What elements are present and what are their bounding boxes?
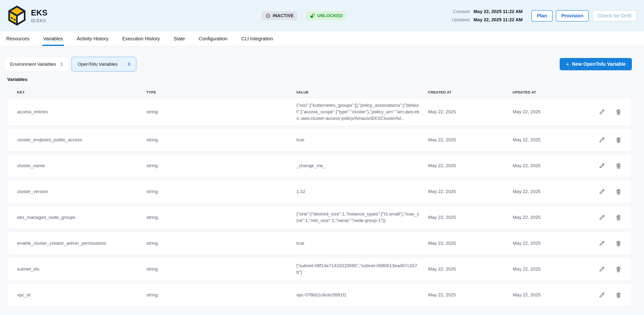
resource-id: ID:EKS bbox=[31, 18, 48, 23]
pencil-icon bbox=[598, 162, 605, 169]
delete-variable-button[interactable] bbox=[615, 292, 622, 299]
lock-open-icon bbox=[310, 13, 315, 18]
trash-icon bbox=[615, 162, 622, 169]
status-badge-label: INACTIVE bbox=[273, 13, 294, 18]
variable-updated-at: May 22, 2025 bbox=[513, 163, 592, 168]
variable-key: vpc_id bbox=[17, 292, 146, 298]
plus-icon: + bbox=[566, 61, 569, 67]
tab-state[interactable]: State bbox=[174, 31, 185, 46]
trash-icon bbox=[615, 240, 622, 247]
trash-icon bbox=[615, 292, 622, 299]
column-header-created-at: Created At bbox=[428, 90, 512, 94]
lock-status-badge: UNLOCKED bbox=[306, 11, 346, 20]
variable-value: {"one":{"desired_size":1,"instance_types… bbox=[296, 211, 428, 224]
table-row: enable_cluster_creator_admin_permissions… bbox=[7, 232, 632, 255]
variable-created-at: May 22, 2025 bbox=[428, 109, 513, 114]
variable-type: string bbox=[146, 267, 296, 272]
check-for-drift-button[interactable]: Check for Drift bbox=[592, 10, 637, 21]
trash-icon bbox=[615, 214, 622, 221]
variable-created-at: May 22, 2025 bbox=[428, 215, 513, 220]
tab-execution-history[interactable]: Execution History bbox=[122, 31, 160, 46]
tab-configuration[interactable]: Configuration bbox=[199, 31, 228, 46]
created-value: May 22, 2025 11:22 AM bbox=[474, 9, 523, 14]
variable-value: true bbox=[296, 137, 428, 143]
variable-type-switcher: Environment Variables 1 OpenTofu Variabl… bbox=[4, 57, 632, 71]
variable-value: _change_me_ bbox=[296, 163, 428, 169]
edit-variable-button[interactable] bbox=[598, 108, 605, 115]
edit-variable-button[interactable] bbox=[598, 136, 605, 143]
trash-icon bbox=[615, 266, 622, 273]
main-tabs: Resources Variables Activity History Exe… bbox=[0, 31, 644, 46]
column-header-type: Type bbox=[146, 90, 296, 94]
tab-variables[interactable]: Variables bbox=[43, 31, 63, 46]
table-row: access_entries string {"sso":{"kubernete… bbox=[7, 98, 632, 126]
variable-type: string bbox=[146, 241, 296, 246]
subtab-environment-variables[interactable]: Environment Variables 1 bbox=[4, 57, 69, 71]
page-title: EKS bbox=[31, 8, 48, 17]
section-title: Variables bbox=[7, 77, 632, 82]
new-opentofu-variable-button[interactable]: + New OpenTofu Variable bbox=[560, 58, 632, 70]
pencil-icon bbox=[598, 266, 605, 273]
pencil-icon bbox=[598, 136, 605, 143]
edit-variable-button[interactable] bbox=[598, 162, 605, 169]
tab-cli-integration[interactable]: CLI Integration bbox=[241, 31, 273, 46]
edit-variable-button[interactable] bbox=[598, 292, 605, 299]
plan-button[interactable]: Plan bbox=[531, 10, 552, 21]
delete-variable-button[interactable] bbox=[615, 162, 622, 169]
circle-minus-icon bbox=[266, 13, 270, 18]
edit-variable-button[interactable] bbox=[598, 214, 605, 221]
column-header-key: Key bbox=[17, 90, 146, 94]
pencil-icon bbox=[598, 292, 605, 299]
variable-type: string bbox=[146, 163, 296, 168]
delete-variable-button[interactable] bbox=[615, 240, 622, 247]
lock-status-label: UNLOCKED bbox=[317, 13, 342, 18]
status-badges: INACTIVE UNLOCKED bbox=[262, 11, 346, 20]
delete-variable-button[interactable] bbox=[615, 266, 622, 273]
edit-variable-button[interactable] bbox=[598, 240, 605, 247]
variable-created-at: May 22, 2025 bbox=[428, 163, 513, 168]
variable-key: cluster_name bbox=[17, 163, 146, 168]
variable-key: cluster_version bbox=[17, 189, 146, 194]
pencil-icon bbox=[598, 108, 605, 115]
subtab-count: 1 bbox=[60, 62, 63, 67]
delete-variable-button[interactable] bbox=[615, 214, 622, 221]
table-row: vpc_id string vpc-078b51c6cbc5581f1 May … bbox=[7, 283, 632, 307]
subtab-opentofu-variables[interactable]: OpenTofu Variables 8 bbox=[72, 57, 136, 71]
table-row: cluster_name string _change_me_ May 22, … bbox=[7, 154, 632, 178]
provision-button[interactable]: Provision bbox=[556, 10, 589, 21]
variable-updated-at: May 22, 2025 bbox=[513, 189, 592, 194]
variable-updated-at: May 22, 2025 bbox=[513, 267, 592, 272]
edit-variable-button[interactable] bbox=[598, 266, 605, 273]
variable-created-at: May 22, 2025 bbox=[428, 137, 513, 143]
variables-page: Environment Variables 1 OpenTofu Variabl… bbox=[0, 57, 644, 307]
trash-icon bbox=[615, 188, 622, 195]
updated-label: Updated: bbox=[452, 17, 470, 22]
variable-key: eks_managed_node_groups bbox=[17, 215, 146, 220]
variable-value: ["subnet-08f14e7142d333595","subnet-0680… bbox=[296, 263, 428, 276]
table-row: cluster_version string 1.32 May 22, 2025… bbox=[7, 180, 632, 203]
variable-updated-at: May 22, 2025 bbox=[513, 241, 592, 246]
variable-key: cluster_endpoint_public_access bbox=[17, 137, 146, 143]
delete-variable-button[interactable] bbox=[615, 136, 622, 143]
variables-table: access_entries string {"sso":{"kubernete… bbox=[7, 98, 632, 307]
variable-key: subnet_ids bbox=[17, 267, 146, 272]
variable-type: string bbox=[146, 109, 296, 114]
subtab-label: Environment Variables bbox=[10, 62, 56, 67]
header-actions: Plan Provision Check for Drift bbox=[531, 10, 637, 21]
variable-created-at: May 22, 2025 bbox=[428, 292, 513, 298]
variable-updated-at: May 22, 2025 bbox=[513, 137, 592, 143]
column-header-value: Value bbox=[296, 90, 428, 94]
variable-updated-at: May 22, 2025 bbox=[513, 215, 592, 220]
pencil-icon bbox=[598, 188, 605, 195]
edit-variable-button[interactable] bbox=[598, 188, 605, 195]
table-header: Key Type Value Created At Updated At bbox=[7, 86, 632, 98]
tab-resources[interactable]: Resources bbox=[6, 31, 30, 46]
delete-variable-button[interactable] bbox=[615, 188, 622, 195]
variable-created-at: May 22, 2025 bbox=[428, 241, 513, 246]
variable-type: string bbox=[146, 189, 296, 194]
delete-variable-button[interactable] bbox=[615, 108, 622, 115]
tab-activity-history[interactable]: Activity History bbox=[77, 31, 108, 46]
new-variable-label: New OpenTofu Variable bbox=[572, 61, 626, 67]
variable-value: true bbox=[296, 240, 428, 247]
timestamps: Created: May 22, 2025 11:22 AM Updated: … bbox=[452, 9, 522, 22]
